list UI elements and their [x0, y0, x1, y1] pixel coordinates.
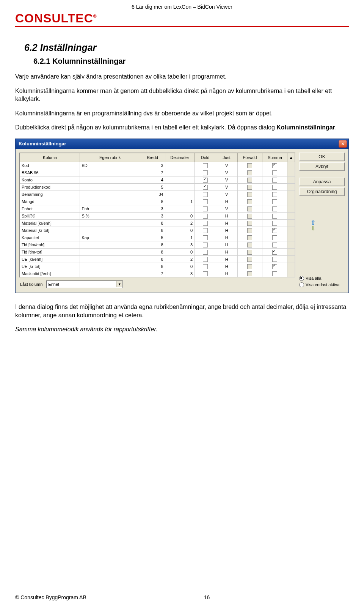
cell[interactable]: H	[216, 227, 237, 234]
checkbox-icon[interactable]	[272, 264, 277, 269]
cell[interactable]	[80, 169, 140, 176]
scrollbar-track[interactable]	[287, 169, 295, 176]
cell[interactable]: V	[216, 169, 237, 176]
checkbox-icon[interactable]	[203, 264, 208, 269]
cell[interactable]: Produktionskod	[20, 183, 80, 191]
cell[interactable]	[80, 270, 140, 277]
checkbox-icon[interactable]	[203, 271, 208, 276]
checkbox-icon[interactable]	[203, 185, 208, 190]
cell[interactable]: Material [kr/enh]	[20, 219, 80, 227]
checkbox-icon[interactable]	[203, 178, 208, 183]
checkbox-icon[interactable]	[272, 243, 277, 247]
table-row[interactable]: KapacitetKap51H	[20, 234, 295, 241]
th-decimaler[interactable]: Decimaler	[165, 153, 194, 162]
cell[interactable]	[165, 162, 194, 169]
cell-checkbox[interactable]	[195, 255, 216, 263]
cell[interactable]: 3	[165, 241, 194, 248]
th-dold[interactable]: Dold	[195, 153, 216, 162]
checkbox-icon[interactable]	[272, 192, 277, 197]
checkbox-icon[interactable]	[247, 170, 252, 175]
cell-checkbox[interactable]	[262, 270, 287, 277]
checkbox-icon[interactable]	[247, 163, 252, 168]
cell[interactable]: 8	[140, 227, 165, 234]
scrollbar-track[interactable]	[287, 255, 295, 263]
checkbox-icon[interactable]	[203, 199, 208, 204]
cell[interactable]: H	[216, 255, 237, 263]
cell[interactable]	[165, 183, 194, 191]
cell[interactable]	[165, 176, 194, 183]
cell[interactable]: H	[216, 212, 237, 219]
th-summa[interactable]: Summa	[262, 153, 287, 162]
table-row[interactable]: Mängd81H	[20, 198, 295, 205]
cell[interactable]	[80, 191, 140, 198]
cell-checkbox[interactable]	[237, 205, 262, 212]
cell[interactable]: Mängd	[20, 198, 80, 205]
checkbox-icon[interactable]	[247, 250, 252, 255]
cell[interactable]: 8	[140, 248, 165, 255]
cell-checkbox[interactable]	[195, 183, 216, 191]
checkbox-icon[interactable]	[203, 170, 208, 175]
cell-checkbox[interactable]	[195, 176, 216, 183]
cell[interactable]: Benämning	[20, 191, 80, 198]
cell[interactable]	[165, 205, 194, 212]
checkbox-icon[interactable]	[203, 221, 208, 226]
cell[interactable]: H	[216, 270, 237, 277]
checkbox-icon[interactable]	[272, 214, 277, 219]
chevron-down-icon[interactable]: ▼	[116, 281, 122, 287]
checkbox-icon[interactable]	[247, 206, 252, 211]
cell[interactable]	[80, 198, 140, 205]
checkbox-icon[interactable]	[247, 192, 252, 197]
cell-checkbox[interactable]	[237, 263, 262, 270]
cell[interactable]: BSAB 96	[20, 169, 80, 176]
cell[interactable]: Enhet	[20, 205, 80, 212]
cell[interactable]: Tid [tim/enh]	[20, 241, 80, 248]
cell[interactable]	[80, 183, 140, 191]
scrollbar-track[interactable]	[287, 241, 295, 248]
cell-checkbox[interactable]	[195, 270, 216, 277]
scrollbar-track[interactable]	[287, 162, 295, 169]
cell[interactable]: V	[216, 183, 237, 191]
cell[interactable]	[80, 248, 140, 255]
cell[interactable]: 5	[140, 234, 165, 241]
avbryt-button[interactable]: Avbryt	[299, 162, 345, 171]
cell-checkbox[interactable]	[237, 234, 262, 241]
cell-checkbox[interactable]	[262, 198, 287, 205]
table-row[interactable]: BSAB 967V	[20, 169, 295, 176]
cell[interactable]: 7	[140, 270, 165, 277]
orginalordning-button[interactable]: Orginalordning	[299, 187, 345, 196]
cell[interactable]: 3	[140, 162, 165, 169]
table-row[interactable]: Tid [tim-tot]80H	[20, 248, 295, 255]
cell-checkbox[interactable]	[237, 248, 262, 255]
checkbox-icon[interactable]	[272, 163, 277, 168]
scrollbar-track[interactable]	[287, 198, 295, 205]
cell[interactable]: Material [kr-tot]	[20, 227, 80, 234]
cell[interactable]: V	[216, 162, 237, 169]
checkbox-icon[interactable]	[272, 250, 277, 255]
cell-checkbox[interactable]	[237, 270, 262, 277]
table-row[interactable]: UE [kr-tot]80H	[20, 263, 295, 270]
cell-checkbox[interactable]	[262, 162, 287, 169]
cell-checkbox[interactable]	[262, 212, 287, 219]
checkbox-icon[interactable]	[203, 250, 208, 255]
th-just[interactable]: Just	[216, 153, 237, 162]
th-egen-rubrik[interactable]: Egen rubrik	[80, 153, 140, 162]
cell[interactable]	[80, 255, 140, 263]
cell[interactable]: Tid [tim-tot]	[20, 248, 80, 255]
th-forvald[interactable]: Förvald	[237, 153, 262, 162]
cell-checkbox[interactable]	[195, 162, 216, 169]
cell-checkbox[interactable]	[237, 227, 262, 234]
th-kolumn[interactable]: Kolumn	[20, 153, 80, 162]
scrollbar-track[interactable]	[287, 248, 295, 255]
cell-checkbox[interactable]	[237, 212, 262, 219]
table-row[interactable]: Material [kr-tot]80H	[20, 227, 295, 234]
checkbox-icon[interactable]	[247, 264, 252, 269]
cell[interactable]: V	[216, 205, 237, 212]
checkbox-icon[interactable]	[247, 178, 252, 183]
scrollbar-track[interactable]	[287, 263, 295, 270]
cell-checkbox[interactable]	[195, 169, 216, 176]
columns-table[interactable]: Kolumn Egen rubrik Bredd Decimaler Dold …	[20, 153, 295, 277]
scrollbar-track[interactable]	[287, 227, 295, 234]
table-row[interactable]: UE [kr/enh]82H	[20, 255, 295, 263]
cell[interactable]: UE [kr/enh]	[20, 255, 80, 263]
cell[interactable]: 3	[140, 205, 165, 212]
